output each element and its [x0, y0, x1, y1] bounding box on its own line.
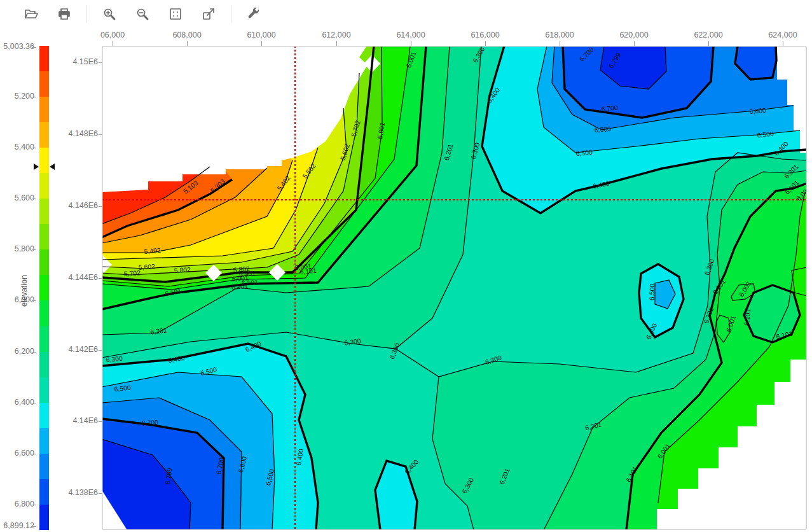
x-axis-tick-mark: [708, 41, 709, 46]
colorbar-range-marker-left[interactable]: [34, 164, 39, 170]
x-axis-tick-label: 06,000: [87, 31, 138, 39]
contour-label: 6,600: [594, 125, 611, 134]
x-axis-tick-mark: [783, 41, 783, 46]
contour-label: 6,101: [743, 309, 752, 326]
elevation-colorbar: [39, 46, 49, 530]
x-axis-tick-mark: [485, 41, 486, 46]
export-icon: [201, 6, 216, 22]
colorbar-tick-label: 6,400: [3, 398, 34, 407]
colorbar-band-1: [39, 71, 49, 97]
y-axis-tick-label: 4.15E6: [58, 57, 98, 66]
colorbar-title: elevation: [20, 275, 29, 307]
colorbar-band-14: [39, 403, 49, 428]
toolbar: [0, 0, 812, 28]
x-axis-tick-label: 614,000: [385, 31, 436, 39]
x-axis-tick-label: 616,000: [460, 31, 511, 39]
y-axis-tick-label: 4.142E6: [58, 345, 98, 354]
colorbar-tick-label: 5,600: [3, 193, 34, 202]
contour-label: 6,500: [648, 283, 656, 300]
contour-label: 5,602: [138, 262, 155, 271]
y-axis-tick-label: 4.146E6: [58, 201, 98, 210]
colorbar-tick-label: 6,600: [3, 449, 34, 458]
colorbar-band-6: [39, 199, 49, 224]
x-axis-tick-label: 612,000: [311, 31, 362, 39]
x-axis-tick-label: 622,000: [683, 31, 734, 39]
zoom-extents-button[interactable]: [162, 3, 189, 25]
x-axis-tick-mark: [634, 41, 635, 46]
contour-label: 5,802: [174, 265, 191, 274]
colorbar-band-15: [39, 428, 49, 454]
colorbar-band-13: [39, 377, 49, 403]
printer-icon: [57, 6, 72, 22]
colorbar-band-16: [39, 454, 49, 479]
colorbar-band-18: [39, 505, 49, 530]
x-axis-tick-label: 610,000: [236, 31, 287, 39]
y-axis-tick-label: 4.148E6: [58, 129, 98, 138]
colorbar-tick-label: 6,000: [3, 295, 34, 304]
x-axis-tick-label: 620,000: [609, 31, 659, 39]
x-axis-tick-mark: [560, 41, 560, 46]
zoom-in-icon: [102, 6, 117, 22]
x-axis-tick-mark: [187, 41, 188, 46]
colorbar-tick-mark: [32, 199, 36, 199]
x-axis-tick-mark: [411, 41, 411, 46]
colorbar-range-marker-right[interactable]: [50, 164, 55, 170]
y-axis-tick-label: 4.14E6: [58, 416, 98, 425]
colorbar-tick-mark: [32, 454, 36, 454]
colorbar-tick-label: 5,800: [3, 244, 34, 253]
colorbar-tick-label: 5,400: [3, 143, 34, 151]
colorbar-band-17: [39, 479, 49, 505]
fit-extents-icon: [168, 6, 183, 22]
colorbar-band-3: [39, 122, 49, 148]
open-button[interactable]: [18, 3, 45, 25]
contour-label: 5,702: [123, 269, 141, 277]
colorbar-tick-mark: [32, 352, 36, 353]
x-axis-tick-label: 608,000: [162, 31, 212, 39]
colorbar-tick-mark: [32, 526, 36, 527]
contour-label: 6,201: [231, 282, 248, 291]
colorbar-tick-mark: [32, 249, 36, 250]
settings-button[interactable]: [240, 3, 267, 25]
print-button[interactable]: [51, 3, 78, 25]
x-axis-tick-mark: [336, 41, 337, 46]
folder-open-icon: [24, 6, 39, 22]
contour-map-canvas[interactable]: 5,1035,3035,4025,4025,5025,6025,7025,602…: [102, 46, 807, 530]
colorbar-band-7: [39, 224, 49, 249]
colorbar-tick-mark: [32, 47, 36, 48]
y-axis-tick-label: 4.144E6: [58, 273, 98, 282]
toolbar-separator: [86, 5, 87, 23]
colorbar-band-4: [39, 148, 49, 173]
toolbar-separator: [231, 5, 231, 23]
zoom-out-button[interactable]: [129, 3, 156, 25]
colorbar-tick-label: 5,200: [3, 92, 34, 101]
colorbar-tick-label: 6,200: [3, 347, 34, 356]
colorbar-band-9: [39, 275, 49, 300]
colorbar-tick-mark: [32, 97, 36, 97]
export-view-button[interactable]: [195, 3, 222, 25]
colorbar-tick-label: 6,800: [3, 500, 34, 508]
colorbar-tick-mark: [32, 148, 36, 148]
colorbar-tick-mark: [32, 300, 36, 301]
zoom-out-icon: [135, 6, 150, 22]
wrench-icon: [246, 6, 261, 22]
colorbar-band-12: [39, 352, 49, 377]
app-window: 5,003.365,2005,4005,6005,8006,0006,2006,…: [0, 0, 812, 532]
colorbar-band-0: [39, 46, 49, 71]
x-axis-tick-mark: [261, 41, 262, 46]
zoom-in-button[interactable]: [96, 3, 123, 25]
y-axis-tick-label: 4.138E6: [58, 488, 98, 497]
x-axis-tick-label: 618,000: [534, 31, 585, 39]
colorbar-band-8: [39, 249, 49, 275]
colorbar-band-10: [39, 300, 49, 326]
contour-label: 6,700: [141, 418, 158, 426]
colorbar-tick-mark: [32, 505, 36, 505]
colorbar-band-2: [39, 97, 49, 122]
colorbar-band-11: [39, 326, 49, 352]
colorbar-tick-label: 5,003.36: [3, 42, 34, 51]
colorbar-band-5: [39, 173, 49, 199]
colorbar-tick-label: 6,899.12: [3, 521, 34, 530]
x-axis-tick-label: 624,000: [757, 31, 808, 39]
x-axis-tick-mark: [113, 41, 113, 46]
colorbar-tick-mark: [32, 403, 36, 403]
